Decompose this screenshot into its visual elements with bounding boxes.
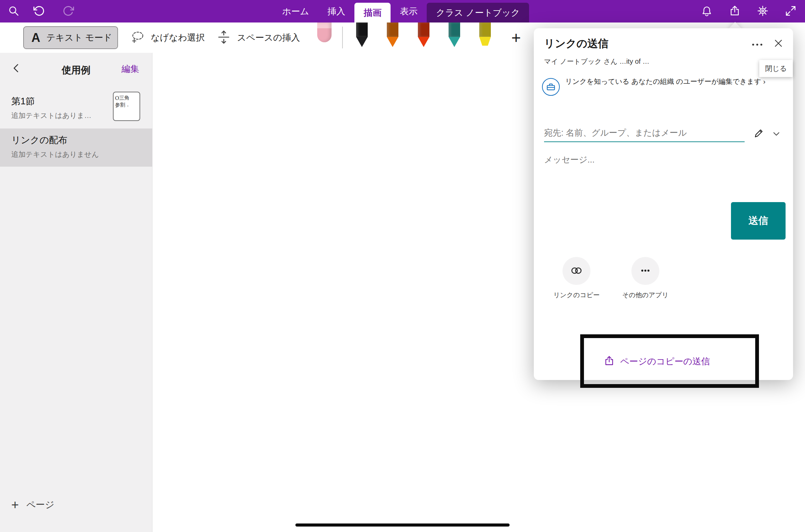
text-mode-icon: A [31, 31, 40, 45]
settings-button[interactable] [756, 4, 770, 18]
permission-dropdown-button[interactable] [770, 128, 783, 141]
page-subtitle: 追加テキストはありません [11, 150, 99, 159]
chevron-down-icon [771, 135, 781, 140]
pen-orange-tool[interactable] [385, 22, 400, 48]
edit-permission-button[interactable] [751, 126, 766, 141]
onenote-app: ホーム 挿入 描画 表示 クラス ノートブック [0, 0, 805, 532]
link-permission-button[interactable]: リンクを知っている あなたの組織 のユーザーが編集できます › [542, 76, 777, 96]
text-mode-label: テキスト モード [46, 32, 112, 44]
tab-home[interactable]: ホーム [273, 0, 318, 22]
undo-button[interactable] [32, 4, 46, 18]
message-input[interactable] [544, 151, 721, 168]
pen-red-tool[interactable] [416, 22, 431, 48]
organization-briefcase-icon [542, 78, 560, 96]
home-indicator-handle[interactable] [295, 523, 510, 527]
page-subtitle: 追加テキストはありま… [11, 111, 91, 120]
page-title: 第1節 [11, 95, 35, 107]
pen-black-tool[interactable] [354, 22, 369, 48]
notifications-button[interactable] [700, 4, 714, 18]
tab-insert[interactable]: 挿入 [318, 0, 354, 22]
sidebar-header: 使用例 編集 [0, 53, 152, 87]
add-page-button[interactable]: + ページ [7, 495, 54, 515]
redo-icon [62, 5, 74, 18]
lasso-select-button[interactable]: なげなわ選択 [131, 22, 205, 53]
fullscreen-button[interactable] [784, 4, 797, 18]
redo-button[interactable] [61, 4, 75, 18]
other-apps-button[interactable] [631, 257, 659, 285]
ribbon-tabs: ホーム 挿入 描画 表示 クラス ノートブック [273, 0, 529, 22]
dialog-title: リンクの送信 [544, 36, 609, 51]
tab-class-notebook[interactable]: クラス ノートブック [427, 3, 529, 22]
other-apps-label: その他のアプリ [614, 291, 677, 300]
lasso-select-label: なげなわ選択 [151, 32, 205, 44]
close-icon [773, 45, 784, 50]
add-page-label: ページ [26, 499, 54, 511]
ellipsis-icon [750, 44, 764, 49]
permission-description: リンクを知っている あなたの組織 のユーザーが編集できます › [565, 76, 776, 96]
thumbnail-ink-line: 参割． [115, 101, 138, 108]
insert-space-label: スペースの挿入 [237, 32, 300, 44]
chevron-right-icon: › [763, 77, 765, 85]
search-icon [8, 5, 19, 18]
bell-icon [701, 5, 713, 18]
highlighter-yellow-tool[interactable] [478, 22, 493, 48]
thumbnail-ink-line: O三角 [115, 94, 138, 102]
text-mode-button[interactable]: A テキスト モード [23, 26, 118, 49]
send-button[interactable]: 送信 [731, 202, 786, 240]
page-thumbnail: O三角 参割． [113, 92, 140, 121]
notebook-name: マイ ノートブック さん …ity of … [544, 57, 649, 66]
close-dialog-button[interactable] [771, 36, 786, 51]
recipients-input[interactable] [544, 124, 745, 142]
insert-space-icon [217, 30, 231, 45]
search-button[interactable] [7, 4, 20, 18]
tab-draw[interactable]: 描画 [354, 3, 391, 22]
page-title: リンクの配布 [11, 134, 68, 146]
send-link-dialog: リンクの送信 マイ ノートブック さん …ity of … リンクを知っている … [534, 28, 793, 380]
page-list-sidebar: 使用例 編集 第1節 追加テキストはありま… O三角 参割． リンクの配布 追加… [0, 53, 152, 532]
gear-icon [757, 5, 769, 18]
share-button[interactable] [728, 4, 742, 18]
close-tooltip: 閉じる [759, 60, 793, 77]
insert-space-button[interactable]: スペースの挿入 [217, 22, 300, 53]
pencil-icon [753, 135, 765, 140]
edit-button[interactable]: 編集 [121, 63, 139, 75]
share-icon [729, 5, 741, 18]
lasso-icon [131, 31, 145, 45]
top-app-bar: ホーム 挿入 描画 表示 クラス ノートブック [0, 0, 805, 22]
add-pen-button[interactable]: + [504, 22, 528, 53]
more-apps-icon [639, 264, 652, 278]
pen-teal-tool[interactable] [447, 22, 462, 48]
undo-icon [33, 5, 45, 18]
highlight-annotation [580, 334, 759, 388]
plus-icon: + [11, 498, 19, 511]
page-item-section1[interactable]: 第1節 追加テキストはありま… O三角 参割． [0, 90, 152, 128]
copy-link-label: リンクのコピー [548, 291, 604, 300]
eraser-tool[interactable] [317, 22, 332, 42]
tab-view[interactable]: 表示 [391, 0, 427, 22]
page-item-link-distribution[interactable]: リンクの配布 追加テキストはありません [0, 128, 152, 167]
toolbar-divider [342, 27, 343, 48]
copy-link-button[interactable] [562, 257, 590, 285]
more-options-button[interactable] [749, 39, 765, 51]
link-icon [570, 264, 583, 278]
expand-icon [785, 5, 796, 18]
